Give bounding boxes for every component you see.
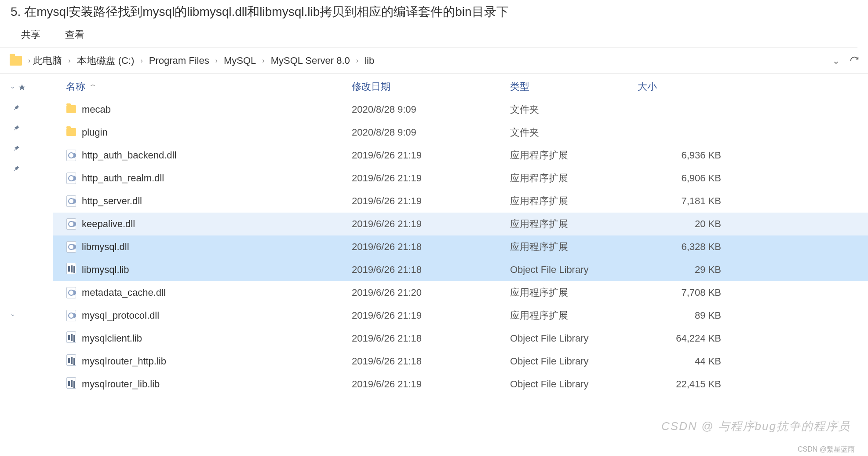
file-row[interactable]: metadata_cache.dll2019/6/26 21:20应用程序扩展7… — [53, 281, 868, 304]
file-date: 2020/8/28 9:09 — [352, 104, 510, 115]
file-row[interactable]: http_auth_realm.dll2019/6/26 21:19应用程序扩展… — [53, 167, 868, 190]
chevron-right-icon[interactable]: › — [66, 57, 73, 65]
file-date: 2019/6/26 21:19 — [352, 310, 510, 321]
page-title: 5. 在mysql安装路径找到mysql的libmysql.dll和libmys… — [0, 0, 868, 28]
breadcrumb-item[interactable]: Program Files — [149, 55, 209, 66]
file-type: 应用程序扩展 — [510, 172, 638, 185]
file-row[interactable]: mysql_protocol.dll2019/6/26 21:19应用程序扩展8… — [53, 304, 868, 327]
pin-icon[interactable] — [12, 165, 53, 173]
file-type: 应用程序扩展 — [510, 309, 638, 322]
breadcrumb-item[interactable]: 此电脑 — [33, 54, 62, 67]
file-date: 2019/6/26 21:19 — [352, 379, 510, 390]
breadcrumb-item[interactable]: MySQL — [224, 55, 256, 66]
address-bar[interactable]: › 此电脑›本地磁盘 (C:)›Program Files›MySQL›MySQ… — [0, 48, 868, 74]
file-name: metadata_cache.dll — [82, 287, 166, 298]
file-row[interactable]: http_auth_backend.dll2019/6/26 21:19应用程序… — [53, 144, 868, 167]
file-size: 7,181 KB — [638, 195, 739, 207]
file-row[interactable]: libmysql.dll2019/6/26 21:18应用程序扩展6,328 K… — [53, 235, 868, 258]
breadcrumb-item[interactable]: MySQL Server 8.0 — [271, 55, 350, 66]
chevron-right-icon[interactable]: › — [354, 57, 361, 65]
nav-expand[interactable]: › — [12, 312, 53, 319]
file-row[interactable]: libmysql.lib2019/6/26 21:18Object File L… — [53, 258, 868, 281]
breadcrumb-item[interactable]: lib — [365, 55, 374, 66]
file-name: keepalive.dll — [82, 218, 135, 230]
file-size: 6,936 KB — [638, 150, 739, 161]
file-row[interactable]: keepalive.dll2019/6/26 21:19应用程序扩展20 KB — [53, 213, 868, 235]
file-type: 应用程序扩展 — [510, 195, 638, 208]
file-date: 2019/6/26 21:18 — [352, 356, 510, 367]
column-headers: 名称⌃ 修改日期 类型 大小 — [53, 74, 868, 98]
file-size: 44 KB — [638, 356, 739, 367]
file-date: 2019/6/26 21:19 — [352, 173, 510, 184]
file-name: http_auth_realm.dll — [82, 173, 164, 184]
file-row[interactable]: mysqlrouter_http.lib2019/6/26 21:18Objec… — [53, 350, 868, 373]
col-header-date[interactable]: 修改日期 — [352, 80, 510, 93]
chevron-right-icon[interactable]: › — [138, 57, 145, 65]
file-date: 2019/6/26 21:20 — [352, 287, 510, 298]
file-row[interactable]: plugin2020/8/28 9:09文件夹 — [53, 121, 868, 144]
chevron-right-icon[interactable]: › — [26, 57, 33, 65]
file-name: mysqlclient.lib — [82, 333, 142, 344]
file-date: 2019/6/26 21:19 — [352, 218, 510, 230]
dll-icon — [66, 173, 77, 184]
file-size: 20 KB — [638, 218, 739, 230]
chevron-down-icon[interactable]: ⌄ — [832, 55, 840, 66]
file-name: http_server.dll — [82, 195, 142, 207]
dll-icon — [66, 241, 77, 253]
file-size: 7,708 KB — [638, 287, 739, 298]
col-header-type[interactable]: 类型 — [510, 80, 638, 93]
breadcrumb-item[interactable]: 本地磁盘 (C:) — [77, 54, 135, 67]
folder-icon — [66, 104, 77, 116]
lib-icon — [66, 263, 77, 277]
file-name: libmysql.dll — [82, 241, 129, 253]
folder-icon — [66, 127, 77, 139]
file-row[interactable]: mysqlrouter_lib.lib2019/6/26 21:19Object… — [53, 373, 868, 396]
folder-icon — [10, 56, 22, 66]
lib-icon — [66, 332, 77, 346]
refresh-icon[interactable] — [848, 54, 861, 67]
file-name: mysql_protocol.dll — [82, 310, 159, 321]
col-header-size[interactable]: 大小 — [638, 80, 739, 93]
lib-icon — [66, 355, 77, 368]
dll-icon — [66, 195, 77, 207]
file-row[interactable]: mecab2020/8/28 9:09文件夹 — [53, 98, 868, 121]
dll-icon — [66, 150, 77, 161]
file-size: 6,906 KB — [638, 173, 739, 184]
file-name: mecab — [82, 104, 111, 115]
sort-indicator-icon: ⌃ — [91, 85, 97, 89]
nav-sidebar: › › — [0, 74, 53, 396]
file-size: 64,224 KB — [638, 333, 739, 344]
file-date: 2019/6/26 21:18 — [352, 333, 510, 344]
tab-share[interactable]: 共享 — [21, 28, 40, 41]
quick-access-item[interactable]: › — [12, 84, 53, 92]
pin-icon[interactable] — [12, 104, 53, 112]
file-type: 文件夹 — [510, 103, 638, 116]
chevron-right-icon[interactable]: › — [259, 57, 267, 65]
dll-icon — [66, 310, 77, 321]
file-date: 2020/8/28 9:09 — [352, 127, 510, 138]
file-name: plugin — [82, 127, 108, 138]
file-name: mysqlrouter_http.lib — [82, 356, 166, 367]
file-date: 2019/6/26 21:19 — [352, 150, 510, 161]
file-size: 22,415 KB — [638, 379, 739, 390]
pin-icon[interactable] — [12, 124, 53, 132]
file-type: Object File Library — [510, 264, 638, 276]
ribbon-tabs: 共享 查看 — [0, 28, 868, 48]
file-type: Object File Library — [510, 379, 638, 390]
file-date: 2019/6/26 21:18 — [352, 264, 510, 276]
file-date: 2019/6/26 21:18 — [352, 241, 510, 253]
chevron-right-icon[interactable]: › — [213, 57, 220, 65]
pin-icon[interactable] — [12, 144, 53, 152]
dll-icon — [66, 218, 77, 230]
file-name: libmysql.lib — [82, 264, 129, 276]
file-type: Object File Library — [510, 333, 638, 344]
col-header-name[interactable]: 名称⌃ — [53, 80, 352, 93]
dll-icon — [66, 287, 77, 298]
file-row[interactable]: http_server.dll2019/6/26 21:19应用程序扩展7,18… — [53, 190, 868, 213]
file-size: 29 KB — [638, 264, 739, 276]
file-size: 89 KB — [638, 310, 739, 321]
file-row[interactable]: mysqlclient.lib2019/6/26 21:18Object Fil… — [53, 327, 868, 350]
tab-view[interactable]: 查看 — [65, 28, 84, 41]
file-size: 6,328 KB — [638, 241, 739, 253]
file-type: 应用程序扩展 — [510, 149, 638, 162]
